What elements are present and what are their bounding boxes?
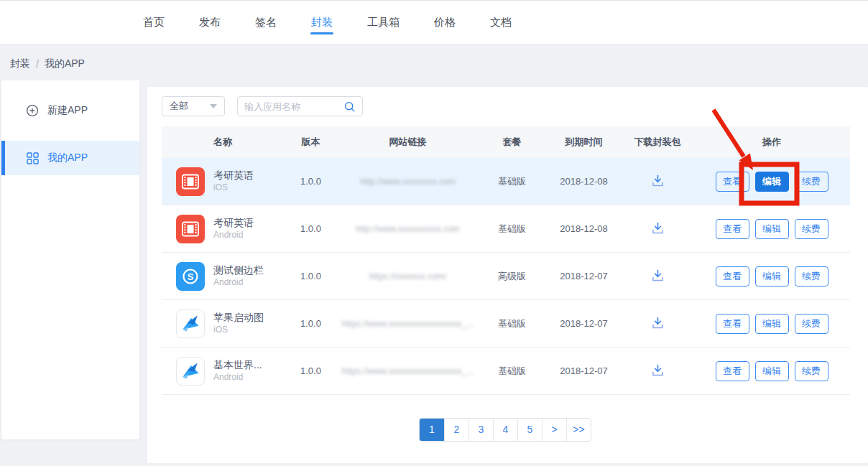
pagination-button[interactable]: 4 <box>493 419 517 441</box>
view-button[interactable]: 查看 <box>716 314 749 334</box>
app-expiry-date: 2018-12-07 <box>546 365 622 376</box>
film-app-icon <box>176 167 205 196</box>
col-header-download: 下载封装包 <box>622 136 693 149</box>
pagination-button[interactable]: 2 <box>444 419 468 441</box>
content-panel: 全部 名称 版本 网站链接 套餐 到期时间 下载封装包 操作 考研 <box>147 87 868 463</box>
actions-cell: 查看 编辑 续费 <box>693 314 850 334</box>
search-icon[interactable] <box>343 101 356 113</box>
pagination-button[interactable]: > <box>542 419 566 441</box>
actions-cell: 查看 编辑 续费 <box>693 219 850 239</box>
nav-tab[interactable]: 签名 <box>255 1 277 44</box>
sidebar-item-label: 我的APP <box>47 152 88 164</box>
breadcrumb: 封装 / 我的APP <box>10 57 85 70</box>
app-name: 考研英语 <box>213 217 254 229</box>
renew-button[interactable]: 续费 <box>795 219 828 239</box>
actions-cell: 查看 编辑 续费 <box>693 172 850 192</box>
edit-button[interactable]: 编辑 <box>755 172 789 192</box>
renew-button[interactable]: 续费 <box>795 266 828 286</box>
nav-tab[interactable]: 发布 <box>199 1 221 44</box>
app-version: 1.0.0 <box>284 318 338 329</box>
download-icon[interactable] <box>650 363 665 380</box>
app-url-cell: https://www.xxxxxxxxxxxxxxxxx_... <box>338 318 478 329</box>
table-row: 考研英语 Android 1.0.0 http://www.xxxxxxxxxx… <box>162 205 850 253</box>
breadcrumb-section[interactable]: 封装 <box>10 57 30 70</box>
pagination-button[interactable]: 1 <box>420 419 444 441</box>
app-url-blurred: https://www.xxxxxxxxxxxxxxxxx_... <box>342 319 474 329</box>
renew-button[interactable]: 续费 <box>795 361 828 381</box>
app-platform: Android <box>213 229 254 241</box>
view-button[interactable]: 查看 <box>716 172 749 192</box>
app-expiry-date: 2018-12-07 <box>546 318 622 329</box>
plus-circle-icon <box>26 104 39 117</box>
col-header-name: 名称 <box>162 136 284 149</box>
table-row: 考研英语 iOS 1.0.0 http://www.xxxxxxxx.com 基… <box>162 158 850 205</box>
pagination-button[interactable]: 5 <box>517 419 542 441</box>
app-name: 苹果启动图 <box>213 312 264 324</box>
app-name-cell: 基本世界... Android <box>162 357 284 386</box>
col-header-expiry: 到期时间 <box>546 136 622 149</box>
renew-button[interactable]: 续费 <box>795 314 828 334</box>
app-platform: iOS <box>213 182 254 194</box>
pagination-button[interactable]: 3 <box>468 419 493 441</box>
app-url-blurred: http://www.xxxxxxxxxx.com <box>356 224 460 234</box>
app-plan: 基础版 <box>478 365 546 378</box>
edit-button[interactable]: 编辑 <box>755 314 789 334</box>
app-version: 1.0.0 <box>284 365 338 376</box>
col-header-version: 版本 <box>284 136 338 149</box>
edit-button[interactable]: 编辑 <box>755 219 789 239</box>
actions-cell: 查看 编辑 续费 <box>693 361 850 381</box>
app-url-cell: http://www.xxxxxxxxxx.com <box>338 223 478 234</box>
breadcrumb-separator: / <box>36 58 39 70</box>
app-name-cell: 考研英语 iOS <box>162 167 284 196</box>
download-cell <box>622 363 693 380</box>
pagination-button[interactable]: >> <box>566 419 591 441</box>
download-icon[interactable] <box>650 220 665 238</box>
app-name: 基本世界... <box>213 359 262 371</box>
app-plan: 高级版 <box>478 270 546 283</box>
app-plan: 基础版 <box>478 175 546 188</box>
nav-tab[interactable]: 封装 <box>311 1 333 44</box>
table-header-row: 名称 版本 网站链接 套餐 到期时间 下载封装包 操作 <box>162 126 850 158</box>
nav-tab[interactable]: 工具箱 <box>367 1 400 44</box>
view-button[interactable]: 查看 <box>716 266 749 286</box>
renew-button[interactable]: 续费 <box>795 172 828 192</box>
edit-button[interactable]: 编辑 <box>755 361 789 381</box>
app-version: 1.0.0 <box>284 271 338 281</box>
download-cell <box>622 220 693 238</box>
top-navigation-bar: 首页 发布 签名 封装 工具箱 价格 文档 <box>0 0 868 45</box>
sidebar: 新建APP 我的APP <box>1 80 139 439</box>
app-version: 1.0.0 <box>284 223 338 234</box>
download-icon[interactable] <box>650 268 665 285</box>
filter-dropdown[interactable]: 全部 <box>162 96 225 116</box>
download-icon[interactable] <box>650 315 665 332</box>
app-platform: iOS <box>213 324 264 336</box>
app-expiry-date: 2018-12-08 <box>546 223 622 234</box>
edit-button[interactable]: 编辑 <box>755 266 789 286</box>
nav-tab[interactable]: 价格 <box>434 1 456 44</box>
app-url-blurred: https://xxxxxxx.com/ <box>369 271 446 281</box>
download-icon[interactable] <box>650 173 665 190</box>
filter-bar: 全部 <box>162 96 363 116</box>
download-cell <box>622 315 693 332</box>
bird-app-icon <box>176 357 205 386</box>
svg-text:S: S <box>188 271 194 281</box>
s-app-icon: S <box>176 262 205 291</box>
sidebar-item-my-app[interactable]: 我的APP <box>1 141 139 175</box>
download-cell <box>622 268 693 285</box>
col-header-actions: 操作 <box>693 136 850 149</box>
filter-dropdown-value: 全部 <box>170 100 188 113</box>
view-button[interactable]: 查看 <box>716 361 749 381</box>
search-input[interactable] <box>244 101 343 112</box>
app-url-blurred: http://www.xxxxxxxx.com <box>360 177 456 187</box>
app-plan: 基础版 <box>478 317 546 330</box>
app-expiry-date: 2018-12-07 <box>546 271 622 281</box>
grid-icon <box>26 152 39 164</box>
nav-tab[interactable]: 首页 <box>143 1 165 44</box>
main-nav: 首页 发布 签名 封装 工具箱 价格 文档 <box>143 1 512 44</box>
sidebar-item-new-app[interactable]: 新建APP <box>1 93 139 128</box>
table-row: 基本世界... Android 1.0.0 https://www.xxxxxx… <box>162 348 850 395</box>
app-name-cell: 考研英语 Android <box>162 215 284 243</box>
pagination: 1 2 3 4 5 > >> <box>419 418 591 442</box>
view-button[interactable]: 查看 <box>716 219 749 239</box>
nav-tab[interactable]: 文档 <box>490 1 512 44</box>
